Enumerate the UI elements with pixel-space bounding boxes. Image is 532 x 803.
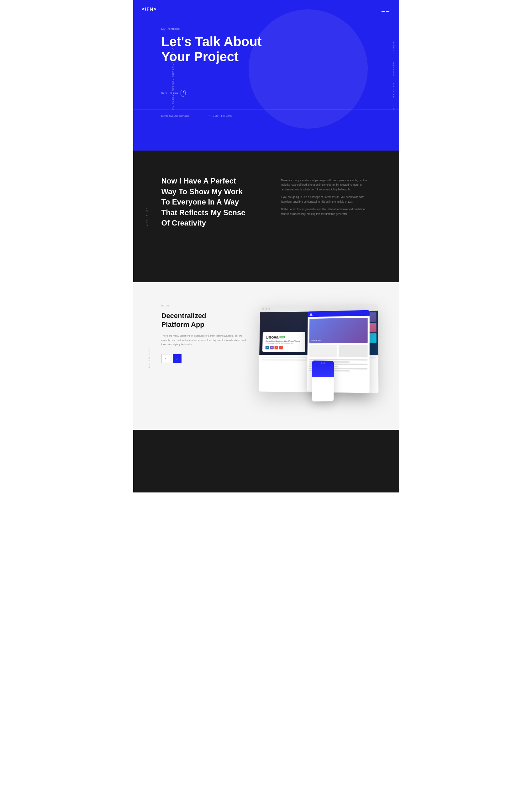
dot-1 [262,308,264,310]
about-side-label: ABOUT ME [146,207,148,226]
tablet-overlay: CONSULTING [311,339,365,341]
portfolio-left: 01/06 Decentralized Platform App There a… [162,304,249,363]
hero-nav: </FN> ⎯⎯ [133,0,399,18]
prev-button[interactable]: ‹ [162,354,170,363]
phone-screen [312,360,334,401]
portfolio-side-label: MY PROJECT [148,344,151,368]
dot-3 [268,308,270,310]
about-heading: Now I Have A Perfect Way To Show My Work… [162,176,262,228]
portfolio-description: There are many variations of passages of… [162,334,249,347]
scroll-down[interactable]: Scroll Down [162,90,371,97]
tablet-hero-img: CONSULTING [309,318,367,343]
tablet-card-1 [309,345,337,357]
dot-2 [265,308,267,310]
phone-dots [313,362,332,363]
logo: </FN> [142,6,157,12]
dark-footer [133,430,399,492]
tablet-section [309,345,367,358]
hero-title: Let's Talk About Your Project [162,34,371,64]
hero-section: </FN> ⎯⎯ I'M FABIAN NELSON CREATIVE DEVE… [133,0,399,151]
mock-container: Unova NEW Consulting Business WordPress … [262,304,370,405]
hero-content: My Portfolio Let's Talk About Your Proje… [133,18,399,106]
scroll-dot [183,91,184,93]
menu-icon[interactable]: ⎯⎯ [381,6,390,12]
about-right: There are many variations of passages of… [281,176,370,219]
portfolio-navigation: ‹ › [162,354,249,363]
contact-phone: T: +1 (234) 567 88 98 [208,114,232,117]
tablet-logo [309,313,312,316]
phone-dot-2 [323,362,324,363]
portfolio-right: Unova NEW Consulting Business WordPress … [262,304,370,405]
tablet-hero-text: CONSULTING [311,339,365,341]
contact-email: E: info@yourdomain.com [162,114,190,117]
portfolio-inner: 01/06 Decentralized Platform App There a… [133,304,399,405]
phone-mockup [312,360,334,401]
portfolio-section: MY PROJECT 01/06 Decentralized Platform … [133,282,399,430]
hero-subtitle: My Portfolio [162,27,371,31]
tablet-card-2 [338,345,367,358]
next-button[interactable]: › [173,354,182,363]
about-text: There are many variations of passages of… [281,178,370,216]
phone-dot-1 [321,362,322,363]
about-section: ABOUT ME Now I Have A Perfect Way To Sho… [133,151,399,282]
portfolio-counter: 01/06 [162,304,249,307]
about-left: Now I Have A Perfect Way To Show My Work… [162,176,262,228]
about-inner: Now I Have A Perfect Way To Show My Work… [133,176,399,228]
portfolio-title: Decentralized Platform App [162,312,249,329]
phone-dot-3 [324,362,325,363]
scroll-icon [180,90,186,97]
